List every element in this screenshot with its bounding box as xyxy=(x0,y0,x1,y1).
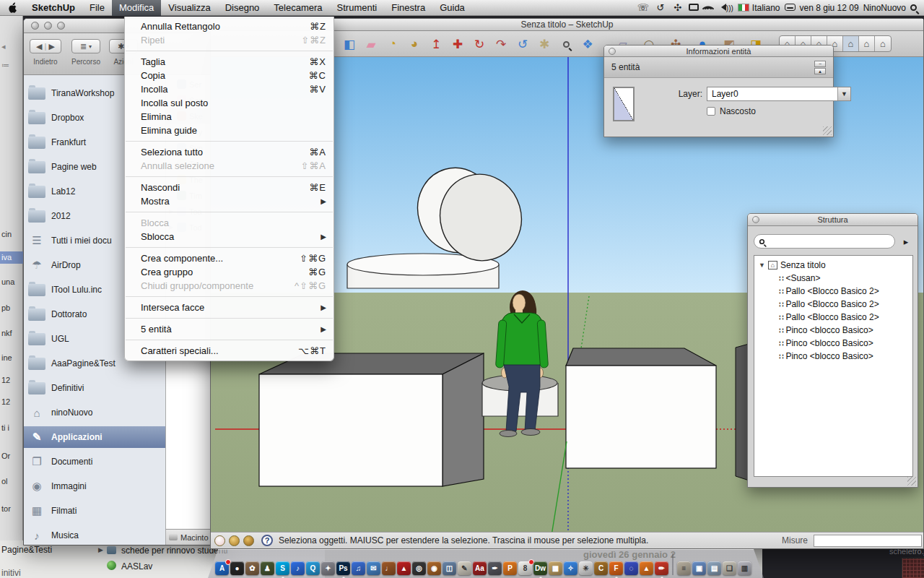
help-icon[interactable]: ? xyxy=(261,535,273,546)
dock-icon-textedit[interactable]: ✎ xyxy=(458,561,471,575)
model-box-right[interactable] xyxy=(566,348,716,468)
geo-coin-icon-3[interactable] xyxy=(243,535,254,546)
dock-icon-spinner-app[interactable]: ✳ xyxy=(579,561,593,575)
menubar-item-sketchup[interactable]: SketchUp xyxy=(25,0,82,16)
sidebar-item-musica[interactable]: ♪Musica xyxy=(24,525,165,545)
menu-item-incolla-sul-posto[interactable]: Incolla sul posto xyxy=(125,96,334,110)
dock-icon-firefox[interactable]: F xyxy=(609,561,623,575)
tree-item[interactable]: ∷Pinco <blocco Basico> xyxy=(754,337,912,350)
dock-icon-quicktime[interactable]: Q xyxy=(306,561,320,575)
material-swatch[interactable] xyxy=(613,87,635,121)
dock-icon-photoshop[interactable]: Ps xyxy=(336,561,350,575)
component-tool-icon[interactable]: ◧ xyxy=(340,35,359,53)
dock-icon-dashboard[interactable]: ● xyxy=(230,561,244,575)
apple-menu[interactable] xyxy=(0,0,25,16)
dock-icon-folder-stack[interactable]: ▤ xyxy=(707,561,721,575)
input-source-menu[interactable]: Italiano xyxy=(738,3,780,13)
resize-grip[interactable] xyxy=(907,477,916,486)
menu-item-interseca-facce[interactable]: Interseca facce▶ xyxy=(125,301,334,314)
dock-icon-preview[interactable]: ◫ xyxy=(443,561,456,575)
menu-item-nascondi[interactable]: Nascondi⌘E xyxy=(125,181,334,194)
dock-icon-acrobat[interactable]: ▲ xyxy=(397,561,411,575)
menu-item-crea-gruppo[interactable]: Crea gruppo⌘G xyxy=(125,265,334,279)
volume-icon[interactable]: ))) xyxy=(718,3,733,13)
dock-icon-cheetah3d[interactable]: C xyxy=(594,561,608,575)
tree-item[interactable]: ∷<Susan> xyxy=(754,272,912,285)
dock-icon-safari[interactable]: ✧ xyxy=(564,561,578,575)
zoom-tool-icon[interactable] xyxy=(557,35,575,53)
menu-item-elimina-guide[interactable]: Elimina guide xyxy=(125,124,334,137)
sidebar-item-documenti[interactable]: ❐Documenti xyxy=(24,451,165,473)
menu-item-mostra[interactable]: Mostra▶ xyxy=(125,194,334,208)
path-menu-button[interactable]: ≣▾ xyxy=(71,39,100,53)
menubar-item-telecamera[interactable]: Telecamera xyxy=(266,0,329,16)
dock-icon-ink-pen[interactable]: ✒ xyxy=(488,561,502,575)
minimize-button[interactable] xyxy=(44,22,52,30)
dock-icon-iphoto[interactable]: ✿ xyxy=(245,561,259,575)
outliner-titlebar[interactable]: Struttura xyxy=(748,214,918,226)
close-icon[interactable] xyxy=(752,216,759,223)
sync-icon[interactable]: ✣ xyxy=(671,2,684,13)
dock-icon-ical[interactable]: 8 xyxy=(518,561,532,575)
menu-item-annulla-rettangolo[interactable]: Annulla Rettangolo⌘Z xyxy=(125,20,334,33)
shaded-textures-style-icon[interactable]: ⌂ xyxy=(859,36,875,51)
dock-icon-folder-tan[interactable]: ▦ xyxy=(549,561,562,575)
entity-info-titlebar[interactable]: Informazioni entità xyxy=(604,46,833,57)
dock-icon-itunes[interactable]: ♪ xyxy=(291,561,305,575)
tree-item[interactable]: ∷Pallo <Blocco Basico 2> xyxy=(754,298,912,311)
dock-icon-game-app[interactable]: ♟ xyxy=(261,561,274,575)
tape-measure-tool-icon[interactable]: ◔ xyxy=(383,35,402,53)
dock-icon-folder-downloads[interactable]: ▣ xyxy=(692,561,706,575)
sidebar-item-immagini[interactable]: ◉Immagini xyxy=(24,475,165,497)
tree-item[interactable]: ∷Pinco <blocco Basico> xyxy=(754,350,912,363)
sidebar-item-ninonuovo[interactable]: ⌂ninoNuovo xyxy=(24,402,165,423)
geo-coin-icon-1[interactable] xyxy=(214,535,225,546)
model-box-left[interactable] xyxy=(259,353,484,486)
menubar-item-guida[interactable]: Guida xyxy=(432,0,472,16)
close-button[interactable] xyxy=(31,22,39,30)
menubar-item-finestra[interactable]: Finestra xyxy=(384,0,432,16)
measure-input[interactable] xyxy=(814,535,922,547)
dock-icon-vlc[interactable]: ▲ xyxy=(640,561,653,575)
menubar-item-file[interactable]: File xyxy=(82,0,112,16)
menu-item-5-entit-[interactable]: 5 entità▶ xyxy=(125,322,334,336)
menu-item-seleziona-tutto[interactable]: Seleziona tutto⌘A xyxy=(125,145,334,159)
dock-icon-camera-app[interactable]: ◉ xyxy=(427,561,441,575)
zoom-extents-tool-icon[interactable]: ❖ xyxy=(578,35,597,53)
sidebar-item-filmati[interactable]: ▦Filmati xyxy=(24,500,165,522)
dock-icon-launchpad[interactable]: ✦ xyxy=(321,561,335,575)
menubar-item-visualizza[interactable]: Visualizza xyxy=(161,0,217,16)
close-icon[interactable] xyxy=(609,48,616,55)
push-pull-tool-icon[interactable]: ↥ xyxy=(427,35,445,53)
menubar-item-disegno[interactable]: Disegno xyxy=(218,0,267,16)
dock-icon-dreamweaver[interactable]: Dw xyxy=(533,561,547,575)
row-aaslav[interactable]: AASLav xyxy=(121,561,152,571)
outliner-details-button[interactable]: ▸ xyxy=(899,234,913,249)
chevron-down-icon[interactable]: ▼ xyxy=(837,87,850,100)
layer-dropdown[interactable]: Layer0 ▼ xyxy=(707,87,851,101)
orbit-tool-icon[interactable]: ↺ xyxy=(513,35,532,53)
follow-me-tool-icon[interactable]: ↷ xyxy=(492,35,510,53)
dock-icon-skype[interactable]: S xyxy=(276,561,289,575)
back-forward-buttons[interactable]: ◀|▶ xyxy=(30,39,61,53)
menu-item-copia[interactable]: Copia⌘C xyxy=(125,69,334,82)
window-controls[interactable] xyxy=(31,22,65,30)
phone-icon[interactable]: ☏ xyxy=(637,2,650,13)
collapse-icon[interactable]: −▴ xyxy=(814,61,826,74)
dock-icon-pages[interactable]: P xyxy=(503,561,517,575)
back-icon[interactable]: ◀ xyxy=(36,42,42,51)
dock-icon-itunes-alt[interactable]: ♫ xyxy=(352,561,365,575)
tree-item[interactable]: ∷Pallo <Blocco Basico 2> xyxy=(754,311,912,324)
menu-item-taglia[interactable]: Taglia⌘X xyxy=(125,55,334,69)
menubar-item-modifica[interactable]: Modifica xyxy=(112,0,161,16)
display-icon[interactable] xyxy=(689,3,699,13)
menu-item-sblocca[interactable]: Sblocca▶ xyxy=(125,230,334,243)
resize-grip[interactable] xyxy=(823,126,832,135)
dock-icon-app-store[interactable]: A xyxy=(215,561,229,575)
move-tool-icon[interactable]: ✚ xyxy=(448,35,467,53)
hidden-checkbox[interactable] xyxy=(707,107,715,116)
entity-info-panel[interactable]: Informazioni entità 5 entità −▴ Layer: L… xyxy=(603,45,834,137)
shaded-style-icon[interactable]: ⌂ xyxy=(843,36,859,51)
forward-icon[interactable]: ▶ xyxy=(48,42,54,51)
sidebar-item-applicazioni[interactable]: ✎Applicazioni xyxy=(24,426,165,448)
